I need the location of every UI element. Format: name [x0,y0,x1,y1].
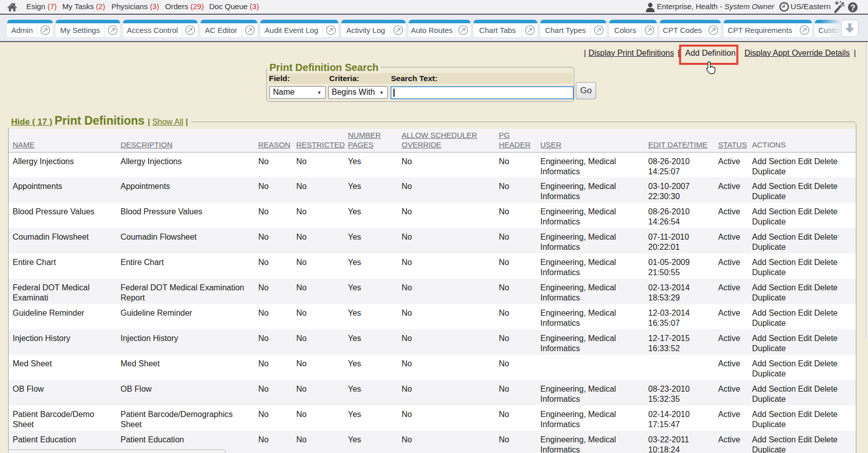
svg-text:?: ? [850,3,855,12]
